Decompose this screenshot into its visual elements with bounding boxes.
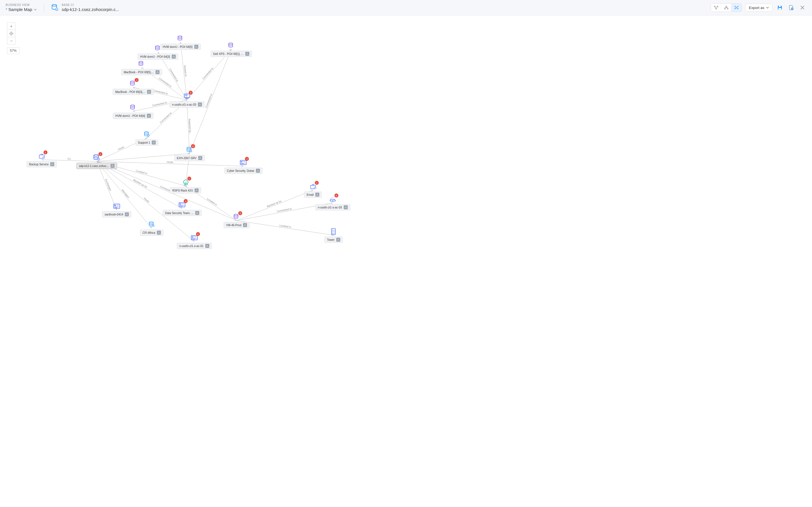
expand-icon[interactable] bbox=[195, 188, 199, 192]
expand-icon[interactable] bbox=[147, 90, 151, 94]
expand-icon[interactable] bbox=[110, 164, 114, 168]
graph-node[interactable]: 4 Data Security Team, ... bbox=[163, 201, 202, 216]
edge-label: Hosts bbox=[143, 197, 150, 203]
expand-icon[interactable] bbox=[172, 55, 175, 59]
zoom-in-button[interactable]: + bbox=[7, 22, 15, 30]
expand-icon[interactable] bbox=[147, 114, 151, 118]
expand-icon[interactable] bbox=[50, 162, 54, 166]
node-label-text: VM-45-Prod bbox=[226, 224, 241, 227]
graph-node[interactable]: 0 n-ussfo-zi1-s-ac-01 bbox=[177, 234, 212, 249]
svg-point-94 bbox=[158, 233, 158, 233]
edge-label: Connected to bbox=[205, 93, 213, 108]
expand-icon[interactable] bbox=[155, 70, 159, 74]
node-label-chip[interactable]: Backup Service bbox=[27, 161, 57, 167]
node-icon: 1 bbox=[38, 152, 46, 160]
node-label-chip[interactable]: n-ussfo-zi1-s-ac-01 bbox=[177, 243, 212, 249]
graph-node[interactable]: Tower bbox=[324, 228, 343, 243]
graph-canvas[interactable]: + − 57% Hosted onConnected toConnected t… bbox=[0, 15, 812, 507]
node-label-chip[interactable]: sdp-k12-1.csez.zohoc... bbox=[77, 163, 117, 169]
expand-icon[interactable] bbox=[125, 212, 129, 216]
edge-label: Connected to bbox=[152, 101, 167, 107]
node-label-chip[interactable]: Support 1 bbox=[135, 139, 158, 146]
svg-point-68 bbox=[52, 163, 53, 164]
svg-point-33 bbox=[156, 72, 157, 73]
svg-point-59 bbox=[94, 155, 98, 156]
graph-node[interactable]: 9 VM-45-Prod bbox=[223, 213, 250, 228]
chevron-down-icon bbox=[766, 6, 769, 9]
edge-label: Manages bbox=[121, 189, 130, 199]
business-view-group[interactable]: BUSINESS VIEW * Sample Map bbox=[6, 3, 37, 12]
svg-point-34 bbox=[158, 72, 158, 73]
graph-node[interactable]: 1 MacBook - PO# 69[3],... bbox=[113, 80, 154, 95]
edge-label: Connected to bbox=[276, 207, 292, 213]
business-view-value[interactable]: * Sample Map bbox=[6, 7, 37, 12]
node-label-chip[interactable]: n-ussfo-zi1-s-ac-03 bbox=[315, 204, 350, 210]
node-label-chip[interactable]: RSFS Rack 42U bbox=[170, 187, 201, 193]
graph-node[interactable]: Dell XPS - PO# 68[1], ... bbox=[211, 42, 252, 57]
svg-point-107 bbox=[315, 187, 315, 188]
node-label-text: MacBook - PO# 69[3],... bbox=[115, 91, 146, 94]
zoom-out-button[interactable]: − bbox=[7, 37, 15, 45]
graph-node[interactable]: CFI-Africa bbox=[140, 221, 163, 236]
node-label-chip[interactable]: MacBook - PO# 69[3],... bbox=[113, 89, 154, 95]
edge-label: Exchanges bbox=[105, 179, 112, 191]
node-label-chip[interactable]: n-ussfo-zi1-s-ac-03 bbox=[169, 101, 204, 108]
base-ci-group: BASE CI sdp-k12-1.csez.zohocorpin.c... bbox=[51, 3, 119, 12]
expand-icon[interactable] bbox=[195, 211, 199, 215]
expand-icon[interactable] bbox=[344, 205, 348, 209]
zoom-level[interactable]: 57% bbox=[7, 47, 19, 54]
node-label-chip[interactable]: HVM domU - PO# 64[4] bbox=[113, 113, 153, 119]
graph-node[interactable]: santhosh-0414 bbox=[102, 202, 132, 217]
node-label-chip[interactable]: EXH-2007-SRV bbox=[174, 155, 205, 161]
database-gear-icon bbox=[51, 4, 59, 11]
svg-point-119 bbox=[332, 232, 333, 233]
graph-node[interactable]: 11 EXH-2007-SRV bbox=[174, 146, 205, 161]
graph-node[interactable]: 9 n-ussfo-zi1-s-ac-03 bbox=[315, 195, 350, 210]
node-label-chip[interactable]: Tower bbox=[324, 237, 343, 243]
graph-node[interactable]: 4 sdp-k12-1.csez.zohoc... bbox=[77, 154, 117, 169]
node-label-chip[interactable]: VM-45-Prod bbox=[223, 222, 250, 228]
expand-icon[interactable] bbox=[336, 238, 340, 242]
svg-point-74 bbox=[257, 171, 257, 172]
expand-icon[interactable] bbox=[157, 231, 161, 235]
graph-node[interactable]: HVM domU - PO# 64[3] bbox=[138, 45, 178, 60]
expand-icon[interactable] bbox=[256, 169, 260, 173]
node-label-chip[interactable]: Data Security Team, ... bbox=[163, 210, 202, 216]
save-button[interactable] bbox=[776, 4, 784, 11]
expand-icon[interactable] bbox=[245, 52, 249, 56]
graph-node[interactable]: HVM domU - PO# 64[4] bbox=[113, 104, 153, 119]
graph-node[interactable]: Support 1 bbox=[135, 130, 158, 146]
node-label-chip[interactable]: Dell XPS - PO# 68[1], ... bbox=[211, 51, 252, 57]
node-label-chip[interactable]: santhosh-0414 bbox=[102, 211, 132, 217]
layout-graph-button[interactable] bbox=[711, 4, 721, 11]
edge-label: Connected to bbox=[158, 77, 172, 88]
export-button[interactable]: Export as bbox=[745, 4, 772, 11]
svg-rect-80 bbox=[114, 204, 120, 208]
svg-point-69 bbox=[51, 165, 52, 165]
node-badge: 1 bbox=[135, 78, 139, 82]
close-button[interactable] bbox=[799, 4, 806, 11]
expand-icon[interactable] bbox=[198, 103, 202, 107]
graph-node[interactable]: 1 RSFS Rack 42U bbox=[170, 178, 201, 193]
node-icon: 9 bbox=[329, 195, 337, 203]
node-label-chip[interactable]: Cyber Security, Dubai bbox=[224, 168, 262, 174]
node-icon: 9 bbox=[233, 213, 241, 221]
layout-tree-button[interactable] bbox=[721, 4, 731, 11]
expand-icon[interactable] bbox=[198, 156, 202, 160]
layout-radial-button[interactable] bbox=[731, 4, 742, 11]
node-label-chip[interactable]: CFI-Africa bbox=[140, 230, 163, 236]
zoom-center-button[interactable] bbox=[7, 30, 15, 37]
node-label-chip[interactable]: HVM domU - PO# 64[3] bbox=[138, 54, 178, 60]
expand-icon[interactable] bbox=[194, 45, 198, 49]
graph-node[interactable]: 9 n-ussfo-zi1-s-ac-03 bbox=[169, 93, 204, 108]
expand-icon[interactable] bbox=[243, 223, 247, 227]
expand-icon[interactable] bbox=[152, 140, 156, 145]
graph-node[interactable]: MacBook - PO# 69[5],... bbox=[121, 60, 162, 75]
node-label-chip[interactable]: MacBook - PO# 69[5],... bbox=[121, 69, 162, 75]
node-label-text: Data Security Team, ... bbox=[165, 212, 194, 215]
crosshair-icon bbox=[9, 32, 13, 36]
graph-node[interactable]: 1 Backup Service bbox=[27, 152, 57, 167]
expand-icon[interactable] bbox=[205, 244, 209, 248]
graph-node[interactable]: 3 Cyber Security, Dubai bbox=[224, 159, 262, 174]
save-as-button[interactable] bbox=[787, 4, 795, 11]
